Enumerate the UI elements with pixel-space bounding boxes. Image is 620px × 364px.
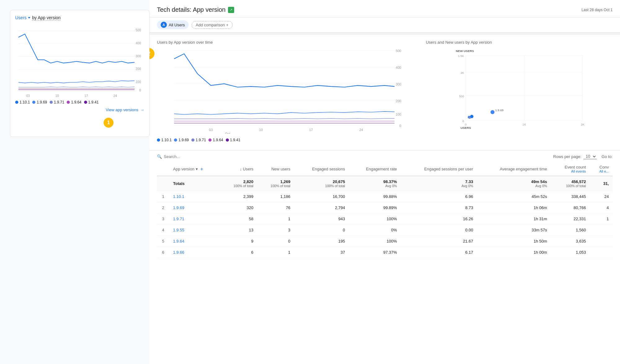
row-rank: 3 — [157, 213, 169, 225]
conv-filter[interactable]: All e... — [593, 169, 609, 173]
svg-text:200: 200 — [136, 67, 141, 71]
date-range: Last 28 days Oct 1 — [582, 8, 613, 12]
table-row: 3 1.9.71 58 1 943 100% 16.26 1h 31m 22,3… — [157, 213, 613, 225]
charts-row: Users by App version over time 500 400 3… — [149, 35, 620, 151]
th-new-users: New users — [257, 162, 294, 176]
svg-text:0: 0 — [465, 123, 467, 126]
event-count-filter[interactable]: All events — [555, 169, 586, 173]
th-rank — [157, 162, 169, 176]
row-app-version[interactable]: 1.9.55 — [169, 225, 220, 236]
th-avg-engagement: Average engagement time — [477, 162, 551, 176]
svg-text:500: 500 — [459, 94, 464, 98]
search-input[interactable] — [164, 154, 226, 159]
mini-chart-svg: 500 400 300 200 100 0 — [15, 23, 144, 97]
legend-item-2: 1.9.69 — [32, 100, 47, 104]
row-app-version[interactable]: 1.9.66 — [169, 247, 220, 258]
time-chart-title: Users by App version over time — [157, 40, 418, 45]
row-rank: 1 — [157, 191, 169, 202]
svg-text:NEW USERS: NEW USERS — [456, 49, 474, 53]
svg-text:0: 0 — [462, 119, 464, 123]
row-app-version[interactable]: 1.9.69 — [169, 202, 220, 213]
left-panel-header: Users by App version — [15, 15, 144, 20]
svg-text:200: 200 — [396, 99, 401, 103]
add-column-button[interactable]: + — [200, 166, 203, 172]
step1-badge: 1 — [104, 118, 114, 128]
row-app-version[interactable]: 1.9.64 — [169, 236, 220, 247]
row-rank: 4 — [157, 225, 169, 236]
rows-per-page: Rows per page: 10 25 50 — [553, 154, 597, 159]
table-row: 2 1.9.69 320 76 2,794 99.89% 8.73 1h 06m… — [157, 202, 613, 213]
svg-text:03: 03 — [26, 94, 30, 97]
view-app-versions-link[interactable]: View app versions → — [15, 107, 144, 112]
table-row: 5 1.9.64 9 0 195 100% 21.67 1h 50m 3,635 — [157, 236, 613, 247]
th-users[interactable]: ↓ Users — [220, 162, 257, 176]
time-chart-svg: 500 400 300 200 100 0 — [157, 47, 418, 134]
svg-text:500: 500 — [396, 49, 401, 53]
search-icon: 🔍 — [157, 154, 162, 159]
row-rank: 2 — [157, 202, 169, 213]
filter-bar: A All Users Add comparison + — [149, 17, 620, 33]
rows-per-page-select[interactable]: 10 25 50 — [583, 154, 597, 159]
by-label: by App version — [32, 15, 61, 20]
totals-label: Totals — [169, 176, 220, 191]
svg-text:Oct: Oct — [225, 132, 230, 134]
search-box[interactable]: 🔍 — [157, 154, 226, 159]
pagination-controls: Rows per page: 10 25 50 Go to: — [553, 154, 613, 159]
svg-text:1K: 1K — [522, 123, 526, 126]
all-users-chip[interactable]: A All Users — [157, 20, 189, 29]
plus-icon: + — [226, 23, 229, 27]
svg-text:USERS: USERS — [461, 126, 471, 129]
svg-text:300: 300 — [396, 82, 401, 86]
svg-text:24: 24 — [114, 94, 117, 97]
tc-legend-2: 1.9.69 — [174, 138, 189, 142]
mini-chart: 500 400 300 200 100 0 — [15, 23, 144, 97]
tc-legend-4: 1.9.64 — [208, 138, 223, 142]
legend-dot-4 — [67, 101, 70, 104]
export-icon[interactable]: ↗ — [228, 7, 234, 13]
step-indicator-bar — [149, 33, 620, 35]
chip-icon: A — [161, 22, 167, 28]
svg-text:400: 400 — [136, 42, 141, 45]
svg-text:400: 400 — [396, 66, 401, 69]
th-event-count[interactable]: Event count All events — [551, 162, 590, 176]
scatter-chart-container: Users and New users by App version NEW U… — [426, 40, 613, 145]
metric-label[interactable]: Users — [15, 15, 30, 20]
svg-text:1.9.69: 1.9.69 — [495, 108, 503, 112]
legend-dot-3 — [50, 101, 53, 104]
table-row: 1 1.10.1 2,399 1,186 16,700 99.88% 6.96 … — [157, 191, 613, 202]
svg-text:0: 0 — [399, 124, 401, 128]
metric-dropdown-arrow[interactable] — [28, 17, 30, 19]
row-app-version[interactable]: 1.9.71 — [169, 213, 220, 225]
th-app-version[interactable]: App version ▾ + — [169, 162, 220, 176]
add-comparison-button[interactable]: Add comparison + — [192, 21, 233, 29]
right-panel-header: Tech details: App version ↗ Last 28 days… — [149, 0, 620, 17]
th-engagement-rate: Engagement rate — [349, 162, 400, 176]
totals-row: Totals 2,820 100% of total 1,269 100% of… — [157, 176, 613, 191]
legend-item-5: 1.9.41 — [84, 100, 99, 104]
row-rank: 6 — [157, 247, 169, 258]
svg-text:0: 0 — [139, 89, 141, 92]
svg-text:10: 10 — [55, 94, 59, 97]
row-rank: 5 — [157, 236, 169, 247]
table-row: 4 1.9.55 13 3 0 0% 0.00 33m 57s 1,560 — [157, 225, 613, 236]
go-to-label: Go to: — [602, 154, 613, 159]
arrow-right-icon: → — [140, 107, 144, 112]
tc-legend-5: 1.9.41 — [226, 138, 240, 142]
th-conv[interactable]: Conv All e... — [590, 162, 613, 176]
legend-dot-2 — [32, 101, 35, 104]
row-app-version[interactable]: 1.10.1 — [169, 191, 220, 202]
right-panel: 2 Tech details: App version ↗ Last 28 da… — [149, 0, 620, 364]
tc-legend-3: 1.9.71 — [191, 138, 206, 142]
left-panel: Users by App version 500 400 300 200 100… — [10, 10, 149, 137]
time-chart-container: Users by App version over time 500 400 3… — [157, 40, 418, 145]
svg-text:1.5K: 1.5K — [458, 54, 464, 58]
svg-point-49 — [490, 110, 494, 114]
svg-text:2K: 2K — [581, 123, 585, 126]
legend-item-1: 1.10.1 — [15, 100, 30, 104]
svg-text:17: 17 — [84, 94, 88, 97]
th-engaged-per-user: Engaged sessions per user — [401, 162, 477, 176]
app-version-dropdown-icon[interactable]: ▾ — [196, 167, 198, 171]
svg-text:24: 24 — [359, 128, 363, 132]
svg-text:17: 17 — [309, 128, 313, 132]
legend-item-3: 1.9.71 — [50, 100, 64, 104]
